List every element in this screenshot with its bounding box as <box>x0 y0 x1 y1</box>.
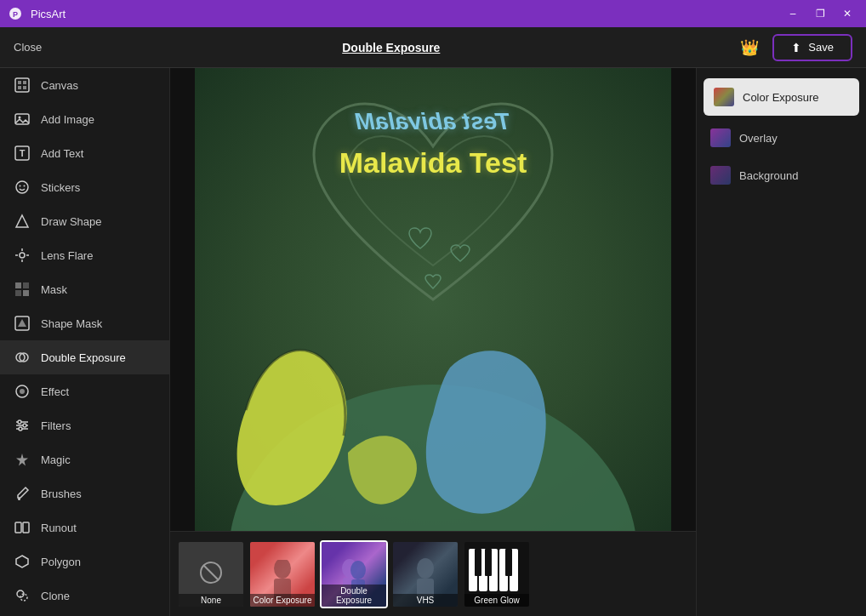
canvas-text-mirrored: Test abivalaM <box>356 108 511 135</box>
film-strip: None Color Exposure <box>170 531 696 616</box>
save-label: Save <box>808 41 834 54</box>
panel-overlay[interactable]: Overlay <box>697 119 866 157</box>
canvas-icon <box>14 77 31 94</box>
title-bar: P PicsArt – ❐ ✕ <box>0 0 866 27</box>
close-button[interactable]: ✕ <box>835 5 859 22</box>
canvas-label: Canvas <box>41 79 78 92</box>
sidebar-item-brushes[interactable]: Brushes <box>0 476 169 510</box>
clone-label: Clone <box>41 590 70 602</box>
shape-mask-icon <box>14 315 31 332</box>
svg-rect-20 <box>15 282 21 288</box>
sidebar-item-mask[interactable]: Mask <box>0 272 169 306</box>
sidebar-item-polygon[interactable]: Polygon <box>0 545 169 579</box>
sidebar-item-motion[interactable]: Motion <box>0 613 169 616</box>
sidebar-item-canvas[interactable]: Canvas <box>0 68 169 102</box>
title-bar-left: P PicsArt <box>7 5 66 22</box>
film-green-glow-label: Green Glow <box>464 594 529 607</box>
share-icon: ⬆ <box>791 41 801 54</box>
lens-flare-label: Lens Flare <box>41 249 93 262</box>
filters-icon <box>14 417 31 434</box>
globe-svg <box>195 282 671 531</box>
svg-point-46 <box>274 560 291 579</box>
header-bar: Close Double Exposure 👑 ⬆ Save <box>0 27 866 68</box>
svg-rect-4 <box>23 81 26 84</box>
sidebar-item-add-image[interactable]: Add Image <box>0 102 169 136</box>
svg-rect-7 <box>15 114 29 124</box>
mask-label: Mask <box>41 283 67 296</box>
canvas-text-main: Malavida Test <box>339 146 527 180</box>
panel-color-exposure[interactable]: Color Exposure <box>704 78 859 116</box>
svg-text:P: P <box>13 10 18 19</box>
add-text-label: Add Text <box>41 147 83 160</box>
window-controls: – ❐ ✕ <box>781 5 859 22</box>
svg-rect-23 <box>23 290 29 296</box>
stickers-label: Stickers <box>41 181 80 194</box>
sidebar-item-shape-mask[interactable]: Shape Mask <box>0 306 169 340</box>
sidebar-item-draw-shape[interactable]: Draw Shape <box>0 204 169 238</box>
svg-line-45 <box>203 565 219 580</box>
runout-label: Runout <box>41 522 77 534</box>
lens-flare-icon <box>14 247 31 264</box>
piano-keys <box>467 545 527 600</box>
sidebar-item-lens-flare[interactable]: Lens Flare <box>0 238 169 272</box>
film-item-green-glow[interactable]: Green Glow <box>463 540 531 608</box>
svg-marker-36 <box>16 453 28 466</box>
sidebar-item-add-text[interactable]: T Add Text <box>0 136 169 170</box>
brushes-label: Brushes <box>41 488 82 500</box>
svg-rect-39 <box>23 522 29 533</box>
save-button[interactable]: ⬆ Save <box>772 34 852 61</box>
runout-icon <box>14 519 31 536</box>
svg-marker-14 <box>16 215 28 227</box>
svg-point-34 <box>23 424 26 427</box>
film-item-vhs[interactable]: VHS <box>391 540 459 608</box>
overlay-preview-icon <box>710 128 731 148</box>
right-panel: Color Exposure Overlay Background <box>696 68 866 616</box>
sidebar-item-double-exposure[interactable]: Double Exposure <box>0 340 169 374</box>
sidebar-item-clone[interactable]: Clone <box>0 579 169 613</box>
svg-rect-3 <box>18 81 21 84</box>
sidebar-item-effect[interactable]: Effect <box>0 374 169 408</box>
draw-shape-label: Draw Shape <box>41 215 102 228</box>
add-text-icon: T <box>14 145 31 162</box>
svg-rect-38 <box>15 522 21 533</box>
svg-point-37 <box>18 498 20 500</box>
svg-rect-5 <box>18 86 21 89</box>
svg-text:T: T <box>20 148 26 158</box>
film-item-color-exposure[interactable]: Color Exposure <box>248 540 316 608</box>
film-item-none[interactable]: None <box>177 540 245 608</box>
svg-marker-25 <box>18 319 26 327</box>
crown-icon: 👑 <box>740 38 759 57</box>
double-exposure-icon <box>14 349 31 366</box>
app-title: PicsArt <box>31 8 66 20</box>
canvas-area: Test abivalaM Malavida Test <box>170 68 696 616</box>
globe-container <box>195 282 671 531</box>
sidebar-item-filters[interactable]: Filters <box>0 408 169 442</box>
stickers-icon <box>14 179 31 196</box>
canvas-image[interactable]: Test abivalaM Malavida Test <box>195 68 671 531</box>
canvas-main: Test abivalaM Malavida Test <box>170 68 696 531</box>
sidebar-item-magic[interactable]: Magic <box>0 442 169 476</box>
svg-rect-6 <box>23 86 26 89</box>
effect-label: Effect <box>41 385 69 398</box>
svg-rect-59 <box>475 549 481 576</box>
close-label[interactable]: Close <box>14 41 42 54</box>
sidebar-item-stickers[interactable]: Stickers <box>0 170 169 204</box>
film-item-double-exposure[interactable]: Double Exposure <box>320 540 388 608</box>
svg-point-19 <box>20 253 25 258</box>
film-color-exposure-label: Color Exposure <box>250 594 315 607</box>
svg-point-29 <box>20 389 25 394</box>
svg-rect-22 <box>15 290 21 296</box>
sidebar-item-runout[interactable]: Runout <box>0 510 169 545</box>
app-icon: P <box>7 5 24 22</box>
magic-label: Magic <box>41 453 71 466</box>
svg-point-50 <box>350 561 366 579</box>
draw-shape-icon <box>14 213 31 230</box>
panel-background[interactable]: Background <box>697 157 866 194</box>
minimize-button[interactable]: – <box>781 5 805 22</box>
filters-label: Filters <box>41 419 71 432</box>
restore-button[interactable]: ❐ <box>808 5 832 22</box>
magic-icon <box>14 451 31 468</box>
film-vhs-label: VHS <box>393 594 458 607</box>
main-content: Canvas Add Image T Add Text Stickers Dra… <box>0 68 866 616</box>
add-image-label: Add Image <box>41 113 94 126</box>
